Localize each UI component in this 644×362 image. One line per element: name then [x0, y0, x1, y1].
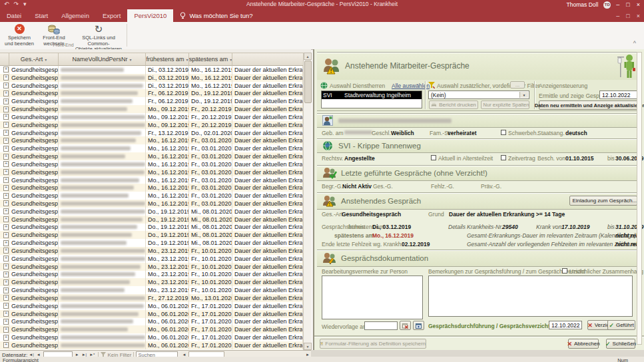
- row-expander-cell[interactable]: [0, 66, 9, 74]
- tab-start[interactable]: Start: [28, 9, 55, 22]
- minimize-button[interactable]: –: [616, 1, 619, 8]
- expand-row-icon[interactable]: [3, 287, 9, 293]
- expand-row-icon[interactable]: [3, 295, 9, 301]
- row-expander-cell[interactable]: [0, 176, 9, 184]
- table-row[interactable]: GesundheitsgesprächMo., 16.12.2019Fr., 0…: [0, 184, 303, 192]
- sort-icon[interactable]: ▾: [186, 57, 188, 62]
- child-close-button[interactable]: ×: [637, 13, 640, 19]
- durchfuehrung-date-input[interactable]: 12.10.2022: [549, 321, 582, 329]
- bemerkungen-textarea[interactable]: [428, 275, 633, 317]
- row-expander-cell[interactable]: [0, 310, 9, 318]
- table-row[interactable]: GesundheitsgesprächMo., 16.12.2019Fr., 0…: [0, 144, 303, 152]
- tab-allgemein[interactable]: Allgemein: [55, 9, 96, 22]
- expand-row-icon[interactable]: [3, 154, 9, 160]
- row-expander-cell[interactable]: [0, 129, 9, 137]
- table-row[interactable]: GesundheitsgesprächMo., 06.01.2020Fr., 1…: [0, 302, 303, 310]
- row-expander-cell[interactable]: [0, 333, 9, 341]
- listbox-selected-row[interactable]: SVI Stadtverwaltung Ingelheim: [322, 91, 422, 99]
- sort-icon[interactable]: ▾: [230, 57, 232, 62]
- clear-date-button[interactable]: [400, 321, 411, 330]
- child-minimize-button[interactable]: –: [616, 13, 619, 19]
- expand-row-icon[interactable]: [3, 327, 9, 333]
- tab-export[interactable]: Export: [96, 9, 127, 22]
- zeitvertrag-checkbox[interactable]: [501, 155, 506, 160]
- table-row[interactable]: GesundheitsgesprächMo., 16.12.2019Fr., 0…: [0, 200, 303, 208]
- table-row[interactable]: GesundheitsgesprächDo., 19.12.2019Mi., 0…: [0, 224, 303, 232]
- explicit-columns-button[interactable]: Nur explizite Spalten: [481, 100, 529, 109]
- collapse-ribbon-icon[interactable]: ^: [633, 40, 636, 47]
- close-button[interactable]: ×: [637, 1, 640, 8]
- expand-row-icon[interactable]: [3, 256, 9, 262]
- table-row[interactable]: GesundheitsgesprächMo., 06.01.2020Fr., 1…: [0, 325, 303, 333]
- row-expander-cell[interactable]: [0, 74, 9, 82]
- column-header-fruehestens[interactable]: frühestens am▾: [146, 53, 189, 66]
- table-row[interactable]: GesundheitsgesprächMo., 23.12.2019Fr., 1…: [0, 271, 303, 279]
- filter-combobox[interactable]: (Kein) ▼: [428, 90, 529, 99]
- table-row[interactable]: GesundheitsgesprächFr., 13.12.2019Do., 0…: [0, 129, 303, 137]
- row-expander-cell[interactable]: [0, 113, 9, 121]
- table-row[interactable]: GesundheitsgesprächMo., 16.12.2019Fr., 0…: [0, 176, 303, 184]
- corner-cell[interactable]: [0, 53, 9, 66]
- table-row[interactable]: GesundheitsgesprächMo., 09.12.2019Fr., 2…: [0, 113, 303, 121]
- expand-row-icon[interactable]: [3, 75, 9, 81]
- table-row[interactable]: GesundheitsgesprächDi., 03.12.2019Mo., 1…: [0, 82, 303, 90]
- table-row[interactable]: GesundheitsgesprächDi., 03.12.2019Mo., 1…: [0, 66, 303, 74]
- expand-row-icon[interactable]: [3, 185, 9, 191]
- expand-row-icon[interactable]: [3, 177, 9, 183]
- row-expander-cell[interactable]: [0, 278, 9, 286]
- expand-row-icon[interactable]: [3, 169, 9, 175]
- tab-persvi2010[interactable]: PersVi2010: [127, 9, 173, 22]
- expand-row-icon[interactable]: [3, 114, 9, 120]
- row-expander-cell[interactable]: [0, 192, 9, 200]
- table-row[interactable]: GesundheitsgesprächMo., 23.12.2019Fr., 1…: [0, 255, 303, 263]
- table-row[interactable]: GesundheitsgesprächMo., 06.01.2020Fr., 1…: [0, 341, 303, 349]
- table-row[interactable]: GesundheitsgesprächMo., 06.01.2020Fr., 1…: [0, 318, 303, 326]
- expand-row-icon[interactable]: [3, 122, 9, 128]
- row-expander-cell[interactable]: [0, 160, 9, 168]
- scroll-up-icon[interactable]: ▲: [304, 53, 312, 60]
- select-all-link[interactable]: Alle auswählen: [392, 83, 430, 89]
- expand-row-icon[interactable]: [3, 90, 9, 96]
- row-expander-cell[interactable]: [0, 184, 9, 192]
- table-row[interactable]: GesundheitsgesprächMo., 16.12.2019Fr., 0…: [0, 160, 303, 168]
- sort-icon[interactable]: ▾: [130, 57, 132, 62]
- row-expander-cell[interactable]: [0, 341, 9, 349]
- expand-row-icon[interactable]: [3, 98, 9, 104]
- dienstherren-listbox[interactable]: SVI Stadtverwaltung Ingelheim: [321, 90, 422, 108]
- table-row[interactable]: GesundheitsgesprächMo., 16.12.2019Fr., 0…: [0, 168, 303, 176]
- table-row[interactable]: GesundheitsgesprächMo., 09.12.2019Fr., 2…: [0, 121, 303, 129]
- table-row[interactable]: GesundheitsgesprächMo., 06.01.2020Fr., 1…: [0, 310, 303, 318]
- expand-row-icon[interactable]: [3, 106, 9, 112]
- per-date-input[interactable]: 12.10.2022: [599, 90, 639, 99]
- table-vertical-scrollbar[interactable]: ▲ ▼: [303, 53, 311, 350]
- expand-row-icon[interactable]: [3, 342, 9, 348]
- refresh-sql-links-button[interactable]: ↻ SQL-Links und Common-Objekte aktualisi…: [71, 23, 126, 53]
- child-restore-button[interactable]: □: [626, 13, 629, 19]
- print-report-button[interactable]: Bericht drucken: [429, 100, 478, 109]
- expand-row-icon[interactable]: [3, 161, 9, 167]
- avatar[interactable]: TD: [603, 1, 611, 9]
- row-expander-cell[interactable]: [0, 97, 9, 105]
- table-row[interactable]: GesundheitsgesprächMo., 06.01.2020Fr., 1…: [0, 333, 303, 341]
- wiedervorlage-input[interactable]: [364, 321, 398, 330]
- row-expander-cell[interactable]: [0, 247, 9, 255]
- expand-row-icon[interactable]: [3, 240, 9, 246]
- row-expander-cell[interactable]: [0, 302, 9, 310]
- row-expander-cell[interactable]: [0, 136, 9, 144]
- row-expander-cell[interactable]: [0, 200, 9, 208]
- table-row[interactable]: GesundheitsgesprächDo., 19.12.2019Mi., 0…: [0, 231, 303, 239]
- expand-row-icon[interactable]: [3, 303, 9, 309]
- expand-row-icon[interactable]: [3, 138, 9, 144]
- column-header-name[interactable]: NameVollUndPersNr▾: [59, 53, 146, 66]
- refresh-data-button[interactable]: Daten neu ermitteln und Anzeige aktualis…: [539, 100, 639, 110]
- expand-row-icon[interactable]: [3, 319, 9, 325]
- row-expander-cell[interactable]: [0, 82, 9, 90]
- row-expander-cell[interactable]: [0, 271, 9, 279]
- row-expander-cell[interactable]: [0, 231, 9, 239]
- gefuehrt-button[interactable]: ✓ Geführt: [607, 320, 635, 330]
- table-row[interactable]: GesundheitsgesprächMo., 23.12.2019Fr., 1…: [0, 263, 303, 271]
- column-header-extra[interactable]: [232, 53, 303, 66]
- row-expander-cell[interactable]: [0, 224, 9, 232]
- table-row[interactable]: GesundheitsgesprächMo., 16.12.2019Fr., 0…: [0, 136, 303, 144]
- table-row[interactable]: GesundheitsgesprächDo., 19.12.2019Mi., 0…: [0, 239, 303, 247]
